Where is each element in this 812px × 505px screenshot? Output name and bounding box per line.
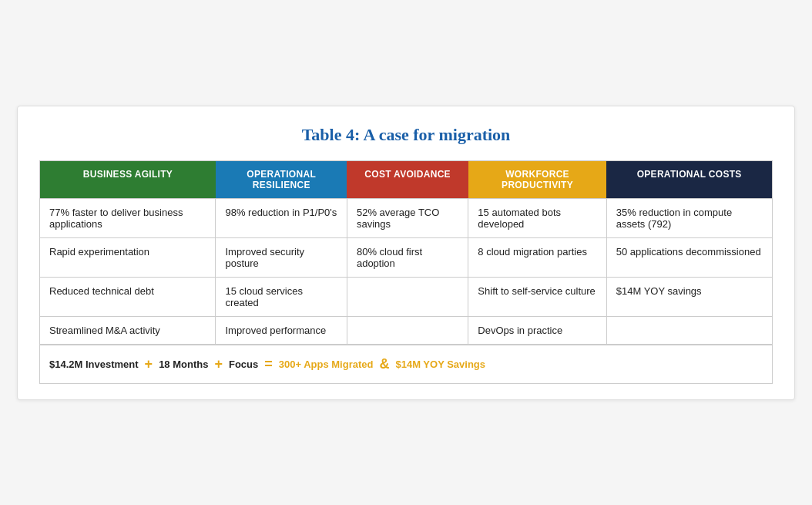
table-row: 77% faster to deliver business applicati… (40, 198, 773, 237)
apps-label: 300+ Apps Migrated (279, 359, 374, 370)
table-row: Rapid experimentation Improved security … (40, 237, 773, 277)
main-card: Table 4: A case for migration BUSINESS A… (17, 106, 795, 400)
equals-icon: = (264, 356, 273, 372)
cell-r4c1: Streamlined M&A activity (40, 316, 216, 345)
header-operational-resilience: OPERATIONAL RESILIENCE (216, 160, 347, 198)
header-cost-avoidance: COST AVOIDANCE (347, 160, 468, 198)
cell-r2c2: Improved security posture (216, 237, 347, 277)
focus-label: Focus (229, 359, 258, 370)
cell-r3c3 (347, 277, 468, 316)
cell-r2c5: 50 applications decommissioned (606, 237, 772, 277)
cell-r4c4: DevOps in practice (468, 316, 606, 345)
cell-r1c1: 77% faster to deliver business applicati… (40, 198, 216, 237)
plus-icon-2: + (214, 356, 223, 372)
header-operational-costs: OPERATIONAL COSTS (606, 160, 772, 198)
table-row: Reduced technical debt 15 cloud services… (40, 277, 773, 316)
months-label: 18 Months (159, 359, 208, 370)
cell-r3c4: Shift to self-service culture (468, 277, 606, 316)
cell-r3c2: 15 cloud services created (216, 277, 347, 316)
cell-r4c3 (347, 316, 468, 345)
header-workforce-productivity: WORKFORCE PRODUCTIVITY (468, 160, 606, 198)
page-title: Table 4: A case for migration (39, 125, 773, 145)
migration-table: BUSINESS AGILITY OPERATIONAL RESILIENCE … (39, 160, 773, 384)
cell-r3c1: Reduced technical debt (40, 277, 216, 316)
footer-row: $14.2M Investment + 18 Months + Focus = … (40, 345, 773, 384)
cell-r4c2: Improved performance (216, 316, 347, 345)
plus-icon-1: + (145, 356, 153, 372)
footer-cell: $14.2M Investment + 18 Months + Focus = … (40, 345, 773, 384)
footer-content: $14.2M Investment + 18 Months + Focus = … (49, 356, 763, 372)
cell-r3c5: $14M YOY savings (606, 277, 772, 316)
savings-label: $14M YOY Savings (395, 359, 485, 370)
cell-r1c2: 98% reduction in P1/P0's (216, 198, 347, 237)
cell-r4c5 (606, 316, 772, 345)
cell-r1c3: 52% average TCO savings (347, 198, 468, 237)
header-row: BUSINESS AGILITY OPERATIONAL RESILIENCE … (40, 160, 773, 198)
table-row: Streamlined M&A activity Improved perfor… (40, 316, 773, 345)
cell-r2c3: 80% cloud first adoption (347, 237, 468, 277)
cell-r2c1: Rapid experimentation (40, 237, 216, 277)
cell-r2c4: 8 cloud migration parties (468, 237, 606, 277)
investment-label: $14.2M Investment (49, 359, 139, 370)
header-business-agility: BUSINESS AGILITY (40, 160, 216, 198)
ampersand-icon: & (379, 356, 389, 372)
cell-r1c5: 35% reduction in compute assets (792) (606, 198, 772, 237)
cell-r1c4: 15 automated bots developed (468, 198, 606, 237)
